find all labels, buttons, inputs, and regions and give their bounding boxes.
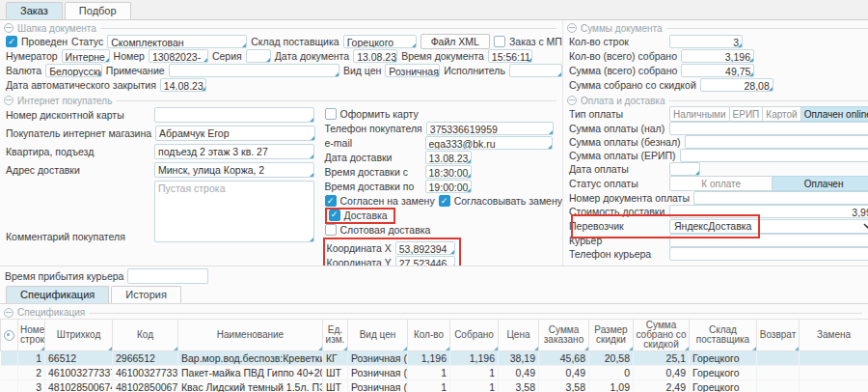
pay-type-card-button[interactable]: Картой (763, 106, 800, 122)
number-field[interactable]: 13082023- (149, 49, 208, 63)
buyer-phone-field[interactable]: 375336619959 (426, 122, 554, 135)
pay-status-topay-button[interactable]: К оплате (669, 176, 773, 191)
delivery-checkbox[interactable] (329, 210, 340, 221)
slot-delivery-checkbox[interactable] (325, 224, 337, 236)
buyer-field[interactable]: Абрамчук Егор (155, 126, 315, 141)
col-header-barcode[interactable]: Штрихкод (45, 320, 113, 351)
doc-date-field[interactable]: 13.08.23 (353, 49, 397, 63)
col-header-collected[interactable]: Собрано (450, 320, 499, 351)
note-field[interactable] (169, 64, 339, 77)
specification-table: Номер строки Штрихкод Код Наименование Е… (0, 319, 868, 392)
pay-erip-field[interactable] (680, 149, 868, 162)
pay-date-field[interactable] (669, 162, 700, 176)
col-header-qty[interactable]: Кол-во (408, 320, 450, 351)
file-xml-button[interactable]: Файл XML (420, 34, 490, 49)
status-field[interactable]: Скомплектован (107, 35, 247, 48)
payment-group: Оплата и доставка Тип оплаты Наличными Е… (563, 93, 868, 261)
agree-replace-checkbox[interactable] (325, 195, 337, 207)
proveden-checkbox[interactable] (6, 36, 17, 47)
courier-phone-label: Телефон курьера (569, 248, 665, 260)
col-header-sum-discounted[interactable]: Сумма собрано со скидкой (634, 320, 690, 351)
email-field[interactable]: ega333@bk.ru (425, 136, 553, 150)
discount-card-field[interactable] (154, 107, 314, 123)
courier-arrival-field[interactable] (127, 268, 208, 284)
pay-type-cash-button[interactable]: Наличными (669, 106, 730, 122)
pay-type-label: Тип оплаты (569, 108, 665, 120)
price-type-field[interactable]: Розничная ( (385, 64, 440, 77)
doc-time-field[interactable]: 15:56:11 (488, 49, 532, 63)
col-header-discount-size[interactable]: Размер скидки (589, 320, 634, 351)
tab-history[interactable]: История (111, 286, 181, 303)
make-card-label: Оформить карту (340, 108, 419, 120)
top-tabbar: Заказ Подбор (0, 0, 868, 20)
pay-type-erip-button[interactable]: ЕРИП (730, 106, 764, 122)
collapse-icon[interactable] (4, 308, 14, 318)
col-header-name[interactable]: Наименование (178, 320, 323, 351)
delivery-label: Доставка (344, 210, 388, 221)
pay-doc-number-field[interactable] (693, 191, 868, 205)
collapse-icon[interactable] (567, 23, 577, 33)
col-header-code[interactable]: Код (113, 320, 178, 351)
tab-specification[interactable]: Спецификация (6, 286, 109, 303)
series-label: Серия (212, 50, 242, 62)
courier-field[interactable] (669, 234, 868, 247)
currency-field[interactable]: Белорусский (45, 64, 102, 77)
address-field[interactable]: Минск, улица Коржа, 2 (154, 162, 314, 178)
pay-noncash-field[interactable] (685, 135, 868, 149)
order-window: Заказ Подбор Шапка документа Проведен Ст… (0, 0, 868, 392)
collapse-icon[interactable] (567, 96, 577, 105)
delivery-date-field[interactable]: 13.08.23 (425, 151, 472, 164)
series-field[interactable] (246, 49, 271, 63)
discount-card-label: Номер дисконтной карты (6, 109, 150, 121)
supplier-warehouse-field[interactable]: Горецкого (343, 35, 417, 48)
pay-status-segmented: К оплате Оплачен (669, 176, 868, 191)
apartment-field[interactable]: подъезд 2 этаж 3 кв. 27 (154, 144, 314, 159)
numerator-field[interactable]: Интерне (62, 49, 110, 63)
coord-y-field[interactable]: 27,523446 (395, 256, 455, 266)
delivery-time-to-field[interactable]: 19:00:00 (425, 180, 472, 193)
order-mp-checkbox[interactable] (494, 36, 505, 47)
pay-erip-label: Сумма оплаты (ЕРИП) (569, 150, 676, 161)
sum-collected-label: Сумма (всего) собрано (569, 65, 677, 76)
courier-phone-field[interactable] (669, 247, 868, 261)
table-corner-cell (1, 320, 18, 351)
tab-order[interactable]: Заказ (6, 2, 63, 19)
table-settings-icon[interactable] (4, 330, 14, 341)
agree-replace-label: Согласен на замену (340, 195, 435, 207)
number-label: Номер (114, 50, 145, 62)
pay-status-label: Статус оплаты (569, 178, 665, 189)
bottom-tabbar: Спецификация История (0, 286, 868, 304)
table-row[interactable]: 2 4610032773375 4610032773375 Пакет-майк… (1, 366, 868, 380)
col-header-line-number[interactable]: Номер строки (18, 320, 45, 351)
collapse-icon[interactable] (4, 96, 14, 105)
col-header-price[interactable]: Цена (499, 320, 539, 351)
delivery-time-from-field[interactable]: 18:30:00 (425, 165, 472, 179)
buyer-comment-field[interactable]: Пустая строка (154, 181, 314, 242)
col-header-return[interactable]: Возврат (757, 320, 800, 351)
pay-noncash-label: Сумма оплаты (безнал) (569, 136, 681, 148)
tab-selection[interactable]: Подбор (65, 2, 131, 19)
table-row[interactable]: 3 4810285006743 4810285006743 Квас Лидск… (1, 380, 868, 392)
col-header-warehouse[interactable]: Склад поставщика (690, 320, 757, 351)
collapse-icon[interactable] (4, 23, 14, 33)
pay-status-paid-button[interactable]: Оплачен (773, 176, 868, 191)
price-type-label: Вид цен (343, 65, 381, 76)
coord-x-field[interactable]: 53,892394 (395, 241, 455, 255)
carrier-select[interactable]: ЯндексДоставка (669, 219, 868, 234)
approve-replace-checkbox[interactable] (439, 195, 450, 207)
delivery-date-label: Дата доставки (325, 152, 421, 163)
pay-cash-field[interactable] (669, 122, 868, 135)
executor-field[interactable] (509, 64, 562, 77)
pay-type-online-button[interactable]: Оплачен online (801, 106, 868, 122)
col-header-unit[interactable]: Ед. изм. (323, 320, 348, 351)
currency-label: Валюта (6, 65, 41, 76)
table-row[interactable]: 1 66512 2966512 Вар.мор.вод.беспозв:Крев… (1, 351, 868, 366)
col-header-price-type[interactable]: Вид цен (348, 320, 408, 351)
col-header-replacement[interactable]: Замена (800, 320, 868, 351)
group-title: Интернет покупатель (17, 96, 112, 106)
doc-date-label: Дата документа (275, 50, 349, 62)
make-card-checkbox[interactable] (325, 108, 337, 120)
delivery-cost-field[interactable]: 3,99 (669, 205, 868, 218)
col-header-sum-ordered[interactable]: Сумма заказано (539, 320, 589, 351)
auto-close-field[interactable]: 14.08.23 (160, 78, 206, 92)
